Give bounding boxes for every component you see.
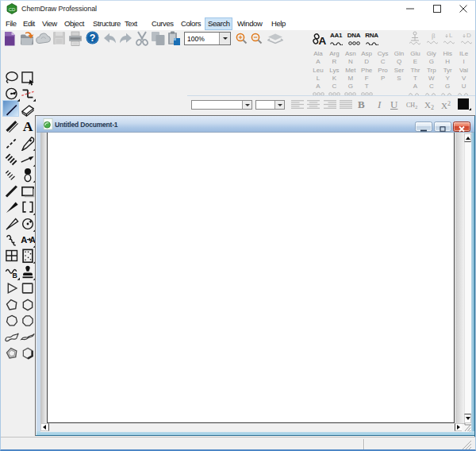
svg-text:D: D (466, 32, 471, 39)
svg-text:L: L (449, 32, 453, 39)
svg-text:A: A (21, 235, 27, 245)
svg-text:?: ? (90, 33, 96, 44)
svg-text:CD: CD (9, 7, 16, 12)
svg-text:A: A (23, 119, 33, 135)
svg-text:A: A (319, 35, 327, 46)
svg-text:β: β (432, 32, 436, 40)
svg-text:B: B (13, 272, 17, 279)
